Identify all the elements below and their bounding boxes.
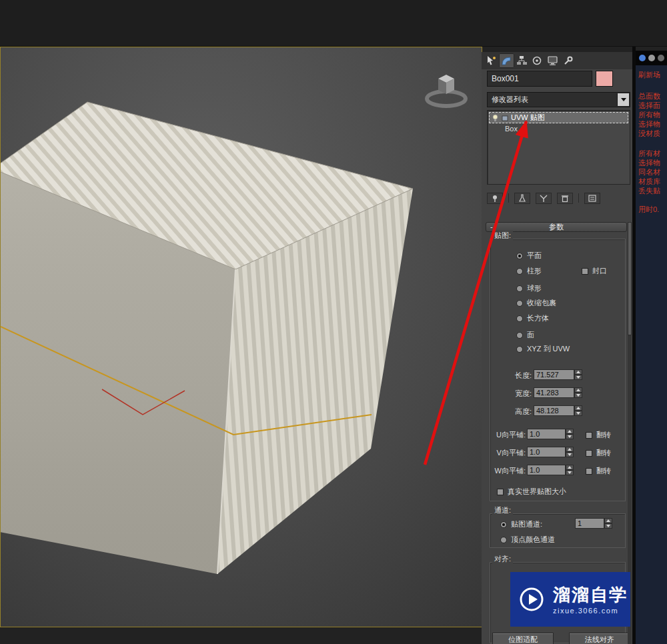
configure-icon — [588, 194, 597, 203]
show-end-result-button[interactable] — [514, 193, 530, 204]
modify-icon — [501, 55, 512, 66]
radio-vertex-color-channel[interactable]: 顶点颜色通道 — [500, 535, 555, 545]
real-world-map-checkbox[interactable]: 真实世界贴图大小 — [497, 487, 566, 497]
watermark-title: 溜溜自学 — [553, 585, 628, 605]
length-input[interactable] — [534, 369, 574, 380]
trash-icon — [560, 194, 570, 203]
watermark: 溜溜自学 zixue.3066.com — [510, 572, 630, 627]
checkbox-icon[interactable] — [582, 268, 588, 275]
align-group-label: 对齐: — [492, 554, 513, 564]
radio-icon[interactable] — [516, 332, 523, 339]
viewport-3d[interactable] — [0, 47, 482, 627]
w-tile-input[interactable] — [527, 465, 566, 475]
command-panel-tabs — [482, 52, 632, 69]
checkbox-cap[interactable]: 封口 — [582, 266, 607, 276]
radio-icon[interactable] — [516, 253, 523, 259]
listener-line: 用时0. — [638, 205, 659, 215]
listener-line: 总面数 — [638, 91, 660, 101]
watermark-site: zixue.3066.com — [553, 607, 628, 615]
remove-modifier-button[interactable] — [557, 193, 573, 204]
listener-line: 没材质 — [638, 129, 660, 139]
radio-icon[interactable] — [500, 537, 507, 543]
radio-icon[interactable] — [516, 268, 523, 275]
w-flip-checkbox[interactable]: 翻转 — [586, 466, 611, 476]
tab-hierarchy[interactable] — [514, 53, 530, 68]
radio-planar[interactable]: 平面 — [516, 251, 542, 261]
modifier-stack[interactable]: UVW 贴图 Box — [487, 110, 630, 185]
rollout-collapse-icon: - — [490, 223, 493, 231]
object-name-input[interactable] — [487, 71, 592, 87]
command-panel: 修改器列表 UVW 贴图 Box — [482, 52, 632, 644]
radio-spherical[interactable]: 球形 — [516, 283, 542, 293]
radio-face[interactable]: 面 — [516, 330, 534, 340]
width-input[interactable] — [534, 387, 574, 398]
radio-map-channel[interactable]: 贴图通道: — [500, 519, 542, 529]
rollout-title: 参数 — [549, 222, 564, 232]
scrollbar-thumb[interactable] — [628, 222, 632, 335]
dropdown-arrow-button[interactable] — [617, 93, 629, 106]
window-dot-dark-icon[interactable] — [658, 55, 664, 61]
listener-line: 选择面 — [638, 101, 660, 111]
u-tile-input[interactable] — [527, 429, 566, 439]
flask-icon — [518, 194, 527, 203]
listener-line: 所有物 — [638, 110, 660, 120]
radio-icon[interactable] — [500, 521, 507, 528]
checkbox-icon[interactable] — [586, 432, 592, 439]
normal-align-button[interactable]: 法线对齐 — [569, 633, 630, 644]
height-spinner[interactable] — [574, 405, 582, 416]
v-tile-spinner[interactable] — [566, 447, 574, 457]
v-flip-checkbox[interactable]: 翻转 — [586, 448, 611, 458]
viewport-scene — [1, 47, 482, 627]
width-label: 宽度: — [491, 389, 532, 399]
radio-cylindrical[interactable]: 柱形 — [516, 266, 542, 276]
radio-icon[interactable] — [516, 300, 523, 307]
toolbar-separator — [578, 193, 579, 203]
length-spinner[interactable] — [574, 369, 582, 380]
radio-xyz-to-uvw[interactable]: XYZ 到 UVW — [516, 344, 570, 354]
stack-item-uvw-map[interactable]: UVW 贴图 — [489, 112, 628, 123]
bitmap-fit-button[interactable]: 位图适配 — [492, 633, 554, 644]
tab-utilities[interactable] — [560, 53, 576, 68]
checkbox-icon[interactable] — [586, 468, 592, 475]
listener-line: 选择物 — [638, 158, 660, 168]
mapping-group-label: 贴图: — [492, 231, 513, 241]
configure-modifier-sets-button[interactable] — [584, 193, 600, 204]
v-tile-input[interactable] — [527, 447, 566, 457]
checkbox-icon[interactable] — [586, 450, 592, 457]
maxscript-listener[interactable]: 刷新场 总面数 选择面 所有物 选择物 没材质 所有材 选择物 同名材 材质库 … — [636, 65, 667, 644]
channel-group-label: 通道: — [492, 505, 513, 515]
tab-display[interactable] — [545, 53, 560, 68]
pin-stack-button[interactable] — [487, 193, 503, 204]
checkbox-icon[interactable] — [497, 489, 504, 495]
listener-line: 同名材 — [638, 167, 660, 177]
length-label: 长度: — [491, 371, 532, 381]
tab-motion[interactable] — [530, 53, 545, 68]
map-channel-input[interactable] — [575, 518, 604, 529]
listener-line: 材质库 — [638, 177, 660, 187]
create-icon — [486, 55, 497, 66]
radio-icon[interactable] — [516, 285, 523, 292]
object-color-swatch[interactable] — [596, 71, 613, 87]
hierarchy-icon — [516, 55, 528, 66]
radio-box[interactable]: 长方体 — [516, 313, 549, 323]
listener-line: 刷新场 — [638, 70, 660, 80]
stack-item-box[interactable]: Box — [505, 125, 518, 133]
stack-item-label: UVW 贴图 — [511, 113, 545, 123]
map-channel-spinner[interactable] — [604, 518, 612, 529]
modifier-list-dropdown[interactable]: 修改器列表 — [487, 92, 630, 107]
u-flip-checkbox[interactable]: 翻转 — [586, 430, 611, 440]
make-unique-button[interactable] — [536, 193, 552, 204]
radio-shrinkwrap[interactable]: 收缩包裹 — [516, 298, 556, 308]
listener-line: 所有材 — [638, 149, 660, 159]
window-dot-blue-icon[interactable] — [639, 55, 646, 61]
window-dot-gray-icon[interactable] — [648, 55, 655, 61]
radio-icon[interactable] — [516, 346, 523, 353]
tab-create[interactable] — [484, 53, 499, 68]
width-spinner[interactable] — [574, 387, 582, 398]
u-tile-spinner[interactable] — [566, 429, 574, 439]
height-input[interactable] — [534, 405, 574, 416]
w-tile-spinner[interactable] — [566, 465, 574, 475]
radio-icon[interactable] — [516, 315, 523, 322]
tab-modify[interactable] — [499, 53, 514, 68]
modifier-icon — [502, 115, 508, 121]
